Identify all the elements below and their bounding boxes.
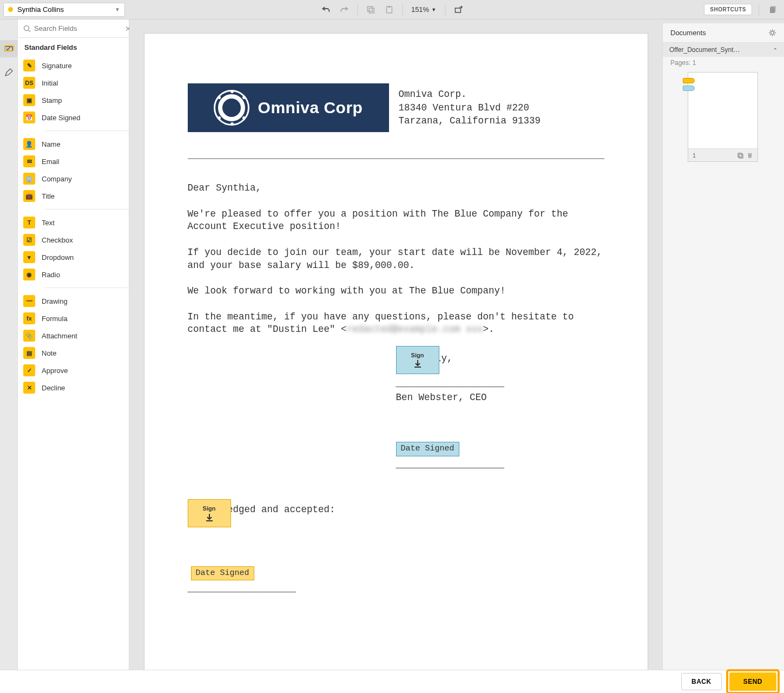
page-thumbnail[interactable]: 1: [688, 72, 758, 162]
signature-field-sender[interactable]: Sign: [396, 346, 439, 374]
checkbox-icon: ☑: [23, 234, 35, 246]
redo-icon[interactable]: [337, 2, 352, 17]
field-item-attachment[interactable]: 📎Attachment: [23, 327, 131, 344]
signature-icon: ✎: [23, 60, 35, 71]
letter-body: Dear Synthia, We're pleased to offer you…: [188, 182, 604, 596]
field-item-stamp[interactable]: ▣Stamp: [23, 91, 131, 109]
date-line: _____________________: [396, 459, 604, 472]
search-fields-box: ✕: [18, 19, 137, 38]
pages-count: Pages: 1: [663, 57, 784, 69]
svg-rect-1: [369, 8, 374, 13]
chevron-down-icon: ▼: [115, 6, 120, 12]
svg-rect-6: [770, 7, 775, 13]
field-item-dropdown[interactable]: ▾Dropdown: [23, 249, 131, 266]
field-label: Signature: [42, 62, 72, 70]
document-canvas[interactable]: Omniva Corp Omniva Corp. 18340 Ventura B…: [129, 23, 662, 670]
field-item-initial[interactable]: DSInitial: [23, 74, 131, 91]
signature-block-sender: Sincerely, Sign _____________________ Be…: [396, 352, 604, 471]
zoom-dropdown[interactable]: 151% ▼: [408, 5, 439, 14]
rail-edit-icon[interactable]: [0, 64, 17, 81]
page-number: 1: [693, 152, 696, 159]
email-icon: ✉: [23, 155, 35, 167]
svg-point-8: [24, 25, 29, 30]
field-label: Formula: [42, 315, 68, 323]
greeting: Dear Synthia,: [188, 182, 604, 195]
folder-icon: [4, 44, 14, 51]
rotate-icon[interactable]: [451, 2, 466, 17]
svg-line-9: [29, 30, 30, 32]
paragraph-3: We look forward to working with you at T…: [188, 285, 604, 298]
field-group-divider: [45, 130, 131, 131]
field-label: Drawing: [42, 297, 68, 305]
sign-label: Sign: [411, 351, 424, 359]
undo-icon[interactable]: [318, 2, 333, 17]
field-item-decline[interactable]: ✕Decline: [23, 379, 131, 396]
copy-icon[interactable]: [363, 2, 378, 17]
shortcuts-button[interactable]: SHORTCUTS: [704, 4, 752, 15]
back-button[interactable]: BACK: [681, 673, 722, 690]
recipient-color-dot: [8, 7, 13, 12]
documents-title: Documents: [670, 29, 706, 37]
field-item-checkbox[interactable]: ☑Checkbox: [23, 231, 131, 249]
date-signed-field-recipient[interactable]: Date Signed: [191, 566, 254, 580]
chevron-down-icon: ▼: [431, 7, 436, 12]
svg-point-11: [771, 31, 774, 35]
toolbar-separator: [445, 4, 445, 16]
field-label: Company: [42, 175, 72, 183]
date-signed-field-sender[interactable]: Date Signed: [396, 442, 459, 456]
field-item-drawing[interactable]: 〰Drawing: [23, 292, 131, 310]
thumbnail-footer: 1: [688, 148, 757, 161]
field-item-company[interactable]: 🏢Company: [23, 170, 131, 187]
date-line-recipient: _____________________: [188, 583, 604, 596]
field-group-divider: [45, 287, 131, 288]
marker-yellow: [683, 78, 695, 83]
toolbar-right: SHORTCUTS: [704, 4, 781, 16]
decline-icon: ✕: [23, 382, 35, 394]
fields-panel: ✕ Standard Fields ✎SignatureDSInitial▣St…: [18, 19, 137, 670]
radio-icon: ◉: [23, 269, 35, 280]
duplicate-page-icon[interactable]: [737, 152, 743, 159]
paste-icon[interactable]: [381, 2, 397, 17]
paragraph-2: If you decide to join our team, your sta…: [188, 246, 604, 272]
field-item-note[interactable]: ▤Note: [23, 344, 131, 362]
field-label: Checkbox: [42, 236, 73, 244]
signature-field-recipient[interactable]: Sign: [188, 499, 231, 527]
send-button[interactable]: SEND: [729, 672, 776, 691]
toolbar-separator: [402, 4, 403, 16]
field-item-approve[interactable]: ✓Approve: [23, 362, 131, 379]
svg-rect-13: [739, 154, 743, 158]
document-item[interactable]: Offer_Document_Synt… ⌄: [663, 43, 784, 57]
field-label: Name: [42, 140, 61, 148]
thumbnail-wrap: 1: [663, 69, 784, 165]
search-fields-input[interactable]: [31, 24, 125, 32]
field-label: Note: [42, 349, 56, 357]
field-item-email[interactable]: ✉Email: [23, 153, 131, 170]
svg-rect-4: [455, 8, 460, 12]
field-item-formula[interactable]: fxFormula: [23, 310, 131, 327]
field-label: Text: [42, 219, 55, 227]
recipient-dropdown[interactable]: Synthia Collins ▼: [3, 3, 125, 17]
field-item-signature[interactable]: ✎Signature: [23, 57, 131, 74]
chevron-up-icon: ⌄: [773, 47, 778, 53]
svg-rect-10: [5, 45, 14, 51]
left-sidebar: ✕ Standard Fields ✎SignatureDSInitial▣St…: [0, 19, 129, 670]
field-label: Stamp: [42, 96, 62, 104]
field-item-name[interactable]: 👤Name: [23, 135, 131, 153]
documents-stack-icon[interactable]: [766, 5, 781, 15]
right-panel: Documents Offer_Document_Synt… ⌄ Pages: …: [662, 23, 784, 670]
field-item-title[interactable]: 💼Title: [23, 187, 131, 205]
signature-line: _____________________: [396, 377, 604, 390]
date-signed-icon: 📅: [23, 112, 35, 123]
letterhead: Omniva Corp Omniva Corp. 18340 Ventura B…: [188, 83, 604, 132]
field-item-date-signed[interactable]: 📅Date Signed: [23, 109, 131, 126]
field-label: Date Signed: [42, 114, 81, 122]
drawing-icon: 〰: [23, 295, 35, 307]
field-item-radio[interactable]: ◉Radio: [23, 266, 131, 283]
field-label: Dropdown: [42, 253, 74, 261]
toolbar-separator: [357, 4, 358, 16]
field-item-text[interactable]: TText: [23, 214, 131, 231]
delete-page-icon[interactable]: [747, 152, 753, 159]
gear-icon[interactable]: [768, 29, 776, 37]
search-icon: [23, 25, 31, 32]
toolbar-separator: [759, 4, 759, 16]
